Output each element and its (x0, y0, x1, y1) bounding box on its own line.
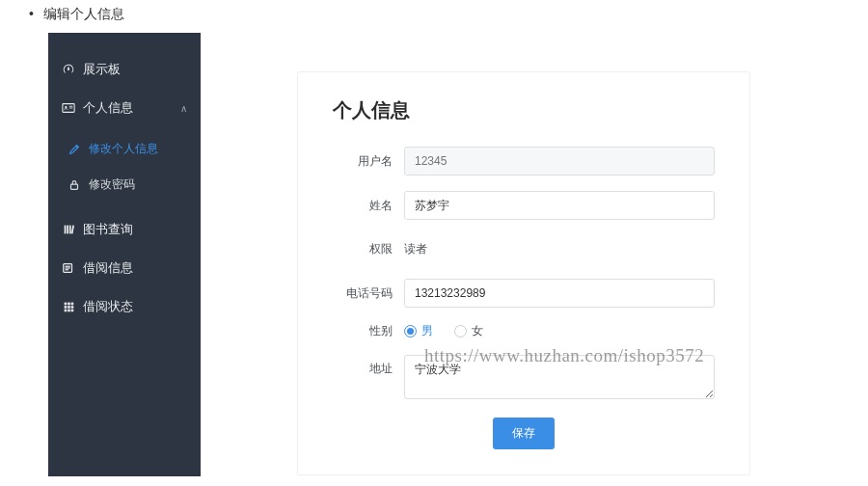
phone-input[interactable] (404, 279, 715, 308)
svg-rect-15 (71, 303, 74, 306)
address-label: 地址 (333, 355, 393, 377)
form-row-address: 地址 (333, 355, 715, 402)
form-row-role: 权限 读者 (333, 235, 715, 263)
form-row-name: 姓名 (333, 191, 715, 220)
svg-rect-6 (67, 226, 68, 234)
gender-label: 性别 (333, 323, 393, 339)
app-container: 展示板 个人信息 ∧ 修改个人信息 修改密码 图书查询 借阅信息 (0, 33, 868, 476)
svg-rect-18 (71, 306, 74, 309)
id-card-icon (62, 101, 75, 115)
svg-rect-16 (65, 306, 68, 309)
sidebar-item-borrow-status[interactable]: 借阅状态 (48, 287, 201, 326)
username-input (404, 147, 715, 176)
svg-rect-20 (68, 310, 70, 312)
sidebar-item-profile[interactable]: 个人信息 ∧ (48, 89, 201, 127)
gender-female-label: 女 (472, 323, 483, 339)
page-heading-text: 编辑个人信息 (43, 6, 124, 21)
gender-female-radio[interactable]: 女 (454, 323, 483, 339)
radio-circle-icon (404, 325, 417, 338)
main-content: 个人信息 用户名 姓名 权限 读者 电话号码 (201, 33, 868, 476)
gender-radio-group: 男 女 (404, 323, 715, 339)
chevron-up-icon: ∧ (180, 103, 187, 114)
sidebar-item-label: 借阅信息 (83, 259, 133, 277)
card-title: 个人信息 (333, 97, 715, 123)
svg-point-1 (65, 106, 67, 108)
dashboard-icon (62, 63, 75, 76)
sidebar-item-label: 借阅状态 (83, 298, 133, 315)
edit-icon (68, 143, 81, 156)
svg-rect-4 (71, 184, 78, 189)
lock-icon (68, 178, 81, 192)
grid-icon (62, 300, 75, 313)
sidebar-subitem-label: 修改密码 (89, 176, 135, 193)
name-label: 姓名 (333, 198, 393, 214)
name-control (404, 191, 715, 220)
svg-rect-14 (68, 303, 70, 306)
phone-label: 电话号码 (333, 285, 393, 302)
svg-rect-5 (65, 226, 67, 234)
form-row-phone: 电话号码 (333, 279, 715, 308)
sidebar: 展示板 个人信息 ∧ 修改个人信息 修改密码 图书查询 借阅信息 (48, 33, 201, 476)
sidebar-subitems: 修改个人信息 修改密码 (48, 127, 201, 210)
username-control (404, 147, 715, 176)
sidebar-item-label: 个人信息 (83, 99, 133, 117)
page-heading: 编辑个人信息 (0, 0, 868, 33)
form-actions: 保存 (333, 418, 715, 449)
svg-rect-17 (68, 306, 70, 309)
sidebar-subitem-change-password[interactable]: 修改密码 (48, 167, 201, 202)
svg-rect-7 (69, 226, 71, 234)
svg-rect-19 (65, 310, 68, 312)
svg-rect-13 (65, 303, 68, 306)
address-control (404, 355, 715, 402)
sidebar-subitem-edit-profile[interactable]: 修改个人信息 (48, 131, 201, 167)
name-input[interactable] (404, 191, 715, 220)
svg-rect-8 (71, 226, 74, 234)
form-row-username: 用户名 (333, 147, 715, 176)
phone-control (404, 279, 715, 308)
sidebar-item-borrow-info[interactable]: 借阅信息 (48, 249, 201, 287)
role-value: 读者 (404, 235, 715, 263)
address-textarea[interactable] (404, 355, 715, 399)
sidebar-subitem-label: 修改个人信息 (89, 141, 158, 157)
sidebar-item-book-search[interactable]: 图书查询 (48, 210, 201, 249)
save-button[interactable]: 保存 (493, 418, 555, 449)
gender-male-label: 男 (421, 323, 433, 339)
radio-circle-icon (454, 325, 467, 338)
profile-card: 个人信息 用户名 姓名 权限 读者 电话号码 (297, 71, 750, 475)
role-label: 权限 (333, 241, 393, 257)
bars-icon (62, 223, 75, 236)
list-icon (62, 261, 75, 275)
form-row-gender: 性别 男 女 (333, 323, 715, 339)
gender-male-radio[interactable]: 男 (404, 323, 433, 339)
sidebar-item-label: 图书查询 (83, 221, 133, 238)
sidebar-item-dashboard[interactable]: 展示板 (48, 50, 201, 89)
username-label: 用户名 (333, 153, 393, 170)
svg-rect-21 (71, 310, 74, 312)
sidebar-item-label: 展示板 (83, 61, 121, 78)
